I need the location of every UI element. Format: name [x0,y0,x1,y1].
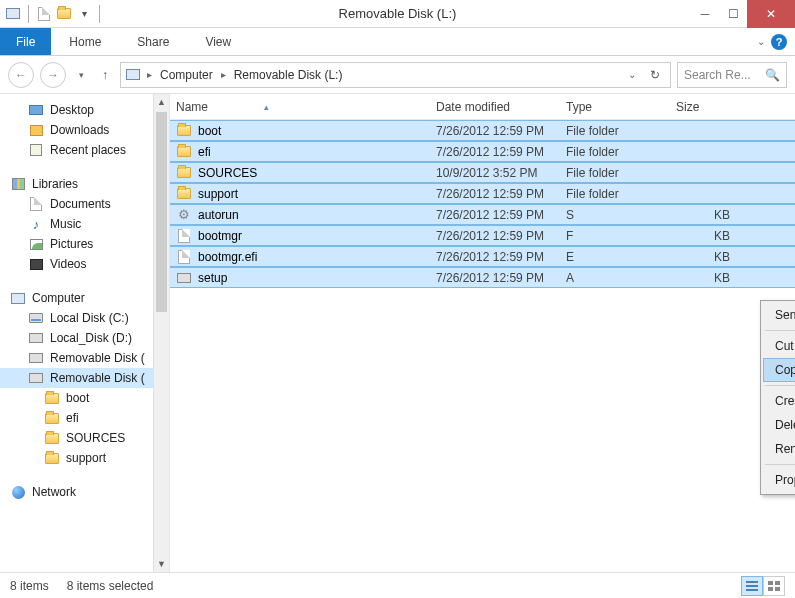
column-size[interactable]: Size [676,100,795,114]
address-dropdown-icon[interactable]: ⌄ [624,69,640,80]
tree-scrollbar[interactable]: ▲ ▼ [153,94,169,572]
tab-share[interactable]: Share [119,28,187,55]
tree-item[interactable]: support [0,448,154,468]
vid-icon [28,256,44,272]
qat-new-folder-icon[interactable] [35,5,53,23]
breadcrumb-current[interactable]: Removable Disk (L:) [232,68,345,82]
file-type: File folder [566,124,676,138]
tree-item[interactable]: Videos [0,254,154,274]
file-row[interactable]: efi7/26/2012 12:59 PMFile folder [170,141,795,162]
tree-item[interactable]: SOURCES [0,428,154,448]
up-button[interactable]: ↑ [96,62,114,88]
ctx-separator [765,385,795,386]
file-type: File folder [566,145,676,159]
svg-rect-3 [768,581,773,585]
column-name[interactable]: Name ▴ [176,100,436,114]
tree-item[interactable]: Libraries [0,174,154,194]
tree-item[interactable]: Network [0,482,154,502]
ctx-separator [765,464,795,465]
ctx-delete[interactable]: Delete [763,413,795,437]
qat-folder-icon[interactable] [55,5,73,23]
refresh-button[interactable]: ↻ [644,68,666,82]
lib-icon [10,176,26,192]
tree-item[interactable]: boot [0,388,154,408]
address-icon [125,67,141,83]
column-headers: Name ▴ Date modified Type Size [170,94,795,120]
view-details-button[interactable] [741,576,763,596]
tree-item[interactable]: Local Disk (C:) [0,308,154,328]
drv-icon [176,270,192,286]
qat-dropdown-icon[interactable]: ▾ [75,5,93,23]
scroll-down-icon[interactable]: ▼ [154,556,169,572]
help-icon[interactable]: ? [771,34,787,50]
close-button[interactable]: ✕ [747,0,795,28]
column-date[interactable]: Date modified [436,100,566,114]
tree-item[interactable]: Documents [0,194,154,214]
folder-icon [44,410,60,426]
tree-item[interactable]: Downloads [0,120,154,140]
scroll-up-icon[interactable]: ▲ [154,94,169,110]
ribbon-expand-icon[interactable]: ⌄ [757,36,765,47]
svg-rect-0 [746,581,758,583]
file-row[interactable]: SOURCES10/9/2012 3:52 PMFile folder [170,162,795,183]
breadcrumb-computer[interactable]: Computer [158,68,215,82]
drv-icon [28,370,44,386]
file-row[interactable]: setup7/26/2012 12:59 PMAKB [170,267,795,288]
context-menu: Send to ▶ Cut Copy Create shortcut Delet… [760,300,795,495]
svg-rect-1 [746,585,758,587]
tree-item-label: Recent places [50,143,126,157]
ctx-rename[interactable]: Rename [763,437,795,461]
tab-view[interactable]: View [187,28,249,55]
column-name-label: Name [176,100,208,114]
forward-button[interactable]: → [40,62,66,88]
file-date: 7/26/2012 12:59 PM [436,145,566,159]
file-tab[interactable]: File [0,28,51,55]
tree-item[interactable]: Removable Disk ( [0,348,154,368]
file-row[interactable]: bootmgr.efi7/26/2012 12:59 PMEKB [170,246,795,267]
tree-item-label: Local Disk (C:) [50,311,129,325]
tree-item[interactable]: Computer [0,288,154,308]
disk-icon [28,310,44,326]
back-button[interactable]: ← [8,62,34,88]
ctx-separator [765,330,795,331]
file-date: 7/26/2012 12:59 PM [436,271,566,285]
address-bar[interactable]: ▸ Computer ▸ Removable Disk (L:) ⌄ ↻ [120,62,671,88]
minimize-button[interactable]: ─ [691,0,719,28]
file-row[interactable]: ⚙autorun7/26/2012 12:59 PMSKB [170,204,795,225]
ctx-properties[interactable]: Properties [763,468,795,492]
svg-rect-5 [768,587,773,591]
thumbnail-view-icon [768,581,780,591]
search-icon: 🔍 [765,68,780,82]
ctx-cut[interactable]: Cut [763,334,795,358]
file-row[interactable]: support7/26/2012 12:59 PMFile folder [170,183,795,204]
maximize-button[interactable]: ☐ [719,0,747,28]
ctx-create-shortcut[interactable]: Create shortcut [763,389,795,413]
column-type[interactable]: Type [566,100,676,114]
tab-home[interactable]: Home [51,28,119,55]
ctx-send-to[interactable]: Send to ▶ [763,303,795,327]
scroll-thumb[interactable] [156,112,167,312]
tree-item-label: Computer [32,291,85,305]
file-type: A [566,271,676,285]
navigation-tree[interactable]: DesktopDownloadsRecent placesLibrariesDo… [0,94,170,572]
recent-icon [28,142,44,158]
chevron-right-icon[interactable]: ▸ [219,69,228,80]
tree-item[interactable]: Desktop [0,100,154,120]
history-dropdown[interactable]: ▾ [72,62,90,88]
ctx-send-to-label: Send to [775,308,795,322]
search-input[interactable]: Search Re... 🔍 [677,62,787,88]
chevron-right-icon[interactable]: ▸ [145,69,154,80]
tree-item[interactable]: Removable Disk ( [0,368,154,388]
tree-item[interactable]: Pictures [0,234,154,254]
file-row[interactable]: boot7/26/2012 12:59 PMFile folder [170,120,795,141]
folder-icon [44,450,60,466]
tree-item[interactable]: Recent places [0,140,154,160]
tree-item[interactable]: efi [0,408,154,428]
tree-item[interactable]: Local_Disk (D:) [0,328,154,348]
folder-icon [176,144,192,160]
tree-item[interactable]: ♪Music [0,214,154,234]
view-thumbnails-button[interactable] [763,576,785,596]
ctx-copy[interactable]: Copy [763,358,795,382]
file-row[interactable]: bootmgr7/26/2012 12:59 PMFKB [170,225,795,246]
ribbon: File Home Share View ⌄ ? [0,28,795,56]
